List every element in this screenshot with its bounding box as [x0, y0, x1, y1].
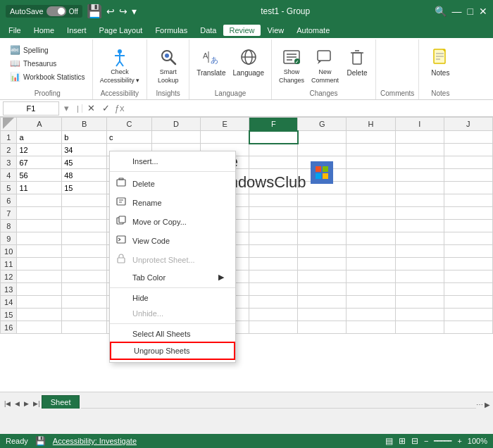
menu-formulas[interactable]: Formulas [149, 25, 193, 36]
cell-f5[interactable] [249, 182, 298, 194]
sheet-scroll-right[interactable]: ▶ [485, 401, 490, 409]
menu-view[interactable]: View [262, 25, 290, 36]
cell-g2[interactable] [298, 144, 347, 156]
ribbon-thesaurus-btn[interactable]: 📖 Thesaurus [7, 57, 59, 70]
menu-review[interactable]: Review [223, 25, 260, 36]
menu-file[interactable]: File [3, 25, 27, 36]
cell-g6[interactable] [298, 194, 347, 207]
autosave-toggle[interactable]: AutoSave Off [6, 5, 82, 18]
sheet-nav-next[interactable]: ▶ [23, 399, 30, 409]
ribbon-check-accessibility-btn[interactable]: CheckAccessibility ▾ [97, 44, 143, 87]
ctx-delete[interactable]: Delete [110, 174, 235, 193]
col-header-d[interactable]: D [151, 118, 200, 131]
cell-g3[interactable] [298, 156, 347, 169]
col-header-j[interactable]: J [444, 118, 492, 131]
col-header-c[interactable]: C [107, 118, 152, 131]
col-header-i[interactable]: I [395, 118, 444, 131]
cell-i1[interactable] [395, 131, 444, 144]
cell-a5[interactable]: 11 [17, 182, 62, 194]
sheet-options-icon[interactable]: ⋯ [476, 401, 483, 409]
status-view-page[interactable]: ⊟ [411, 436, 418, 446]
col-header-b[interactable]: B [62, 118, 107, 131]
cell-f1[interactable] [249, 131, 298, 144]
status-zoom-in[interactable]: + [457, 437, 461, 445]
cell-d1[interactable] [151, 131, 200, 144]
name-box-dropdown[interactable]: ▾ [62, 103, 71, 113]
more-icon[interactable]: ▾ [132, 6, 137, 17]
cell-i2[interactable] [395, 144, 444, 156]
cell-i3[interactable] [395, 156, 444, 169]
ctx-hide[interactable]: Hide [110, 290, 235, 306]
ribbon-show-changes-btn[interactable]: ✓ ShowChanges [276, 44, 307, 87]
cell-h3[interactable] [347, 156, 395, 169]
cell-j1[interactable] [444, 131, 492, 144]
ctx-insert[interactable]: Insert... [110, 154, 235, 169]
save-icon[interactable]: 💾 [87, 4, 102, 19]
ctx-unhide[interactable]: Unhide... [110, 306, 235, 321]
ribbon-language-btn[interactable]: Language [230, 44, 267, 80]
cell-e1[interactable] [201, 131, 249, 144]
cell-f4[interactable] [249, 169, 298, 182]
ctx-ungroup-sheets[interactable]: Ungroup Sheets [110, 342, 235, 360]
col-header-f[interactable]: F [249, 118, 298, 131]
ctx-tab-color[interactable]: Tab Color ▶ [110, 269, 235, 285]
cell-b4[interactable]: 48 [62, 169, 107, 182]
col-header-a[interactable]: A [17, 118, 62, 131]
sheet-nav-prev[interactable]: ◀ [13, 399, 21, 409]
cell-f3[interactable] [249, 156, 298, 169]
cell-f2[interactable] [249, 144, 298, 156]
cell-c1[interactable]: c [107, 131, 152, 144]
redo-icon[interactable]: ↪ [119, 6, 127, 17]
cell-b6[interactable] [62, 194, 107, 207]
ctx-view-code[interactable]: View Code [110, 231, 235, 250]
cell-h5[interactable] [347, 182, 395, 194]
sheet-tab-1[interactable]: Sheet [42, 395, 80, 409]
cell-i6[interactable] [395, 194, 444, 207]
cell-a3[interactable]: 67 [17, 156, 62, 169]
formula-confirm-btn[interactable]: ✓ [100, 103, 112, 113]
ribbon-new-comment-btn[interactable]: NewComment [308, 44, 342, 87]
menu-data[interactable]: Data [194, 25, 222, 36]
cell-i4[interactable] [395, 169, 444, 182]
cell-j4[interactable] [444, 169, 492, 182]
cell-a1[interactable]: a [17, 131, 62, 144]
cell-g5[interactable] [298, 182, 347, 194]
sheet-nav-last[interactable]: ▶| [32, 399, 41, 409]
ctx-rename[interactable]: Rename [110, 193, 235, 212]
cell-j2[interactable] [444, 144, 492, 156]
cell-b1[interactable]: b [62, 131, 107, 144]
cell-h1[interactable] [347, 131, 395, 144]
ribbon-smart-lookup-btn[interactable]: SmartLookup [154, 44, 182, 87]
cell-i5[interactable] [395, 182, 444, 194]
cell-a4[interactable]: 56 [17, 169, 62, 182]
ribbon-translate-btn[interactable]: A あ Translate [194, 44, 228, 80]
ribbon-workbook-stats-btn[interactable]: 📊 Workbook Statistics [7, 70, 88, 83]
close-icon[interactable]: ✕ [479, 6, 487, 17]
menu-page-layout[interactable]: Page Layout [94, 25, 149, 36]
autosave-pill[interactable] [46, 6, 66, 16]
status-view-normal[interactable]: ▤ [385, 436, 393, 446]
status-zoom-out[interactable]: − [424, 437, 428, 445]
menu-insert[interactable]: Insert [61, 25, 92, 36]
ribbon-notes-btn[interactable]: Notes [426, 44, 454, 80]
menu-automate[interactable]: Automate [291, 25, 335, 36]
cell-h4[interactable] [347, 169, 395, 182]
ribbon-spelling-btn[interactable]: 🔤 Spelling [7, 44, 51, 56]
col-header-h[interactable]: H [347, 118, 395, 131]
formula-input[interactable] [127, 104, 490, 113]
cell-g1[interactable] [298, 131, 347, 144]
cell-h6[interactable] [347, 194, 395, 207]
col-header-e[interactable]: E [201, 118, 249, 131]
menu-home[interactable]: Home [28, 25, 60, 36]
cell-h2[interactable] [347, 144, 395, 156]
formula-cancel-btn[interactable]: ✕ [85, 103, 97, 113]
status-accessibility[interactable]: Accessibility: Investigate [53, 437, 137, 445]
cell-b2[interactable]: 34 [62, 144, 107, 156]
cell-f6[interactable] [249, 194, 298, 207]
cell-b5[interactable]: 15 [62, 182, 107, 194]
cell-j6[interactable] [444, 194, 492, 207]
ctx-unprotect-sheet[interactable]: Unprotect Sheet... [110, 250, 235, 269]
sheet-nav-first[interactable]: |◀ [3, 399, 12, 409]
ctx-move-copy[interactable]: Move or Copy... [110, 212, 235, 231]
cell-b3[interactable]: 45 [62, 156, 107, 169]
